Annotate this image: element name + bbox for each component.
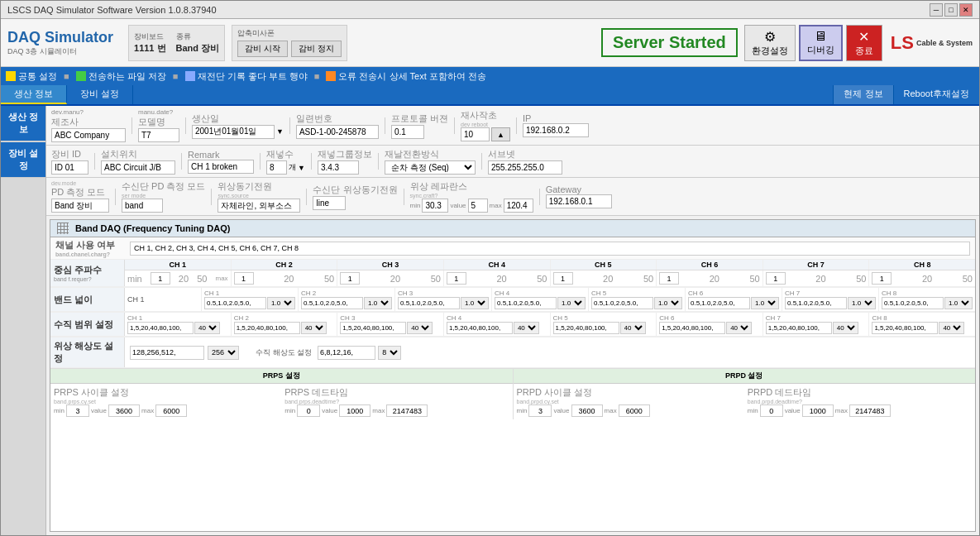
remark-input[interactable] — [188, 160, 254, 174]
prps-dt-min-input[interactable] — [297, 404, 320, 417]
receive-sync-input[interactable] — [313, 196, 346, 210]
mr-ch8-select[interactable]: 40 — [939, 322, 964, 334]
mr-ch6-select[interactable]: 40 — [726, 322, 752, 334]
model-input[interactable] — [138, 128, 179, 142]
tab-reboot-settings[interactable]: Reboot후재설정 — [893, 85, 979, 104]
ch4-freq-val[interactable] — [447, 272, 466, 285]
mr-ch2-input[interactable] — [234, 322, 300, 334]
sidebar-device-settings[interactable]: 장비 설정 — [1, 142, 45, 178]
prpd-cycle-min-input[interactable] — [528, 404, 552, 417]
start-button[interactable]: 감비 시작 — [237, 41, 288, 57]
serial-input[interactable] — [296, 125, 379, 139]
env-setting-button[interactable]: ⚙ 환경설정 — [744, 25, 796, 61]
pd-mode-input[interactable] — [51, 199, 109, 213]
toolbar-common-settings[interactable]: 공통 설정 — [6, 70, 57, 83]
prps-cycle-max-input[interactable] — [155, 404, 187, 417]
channel-group-input[interactable] — [318, 160, 359, 175]
subnet-input[interactable] — [488, 160, 562, 175]
bw-ch4-select[interactable]: 1.0 — [557, 297, 586, 309]
mr-ch3-select[interactable]: 40 — [407, 322, 433, 334]
prpd-dt-val-input[interactable] — [802, 404, 834, 417]
mr-ch8-input[interactable] — [872, 322, 938, 334]
bw-ch3-select[interactable]: 1.0 — [461, 297, 489, 309]
ch5-freq-val[interactable] — [553, 272, 573, 285]
protocol-input[interactable] — [391, 125, 424, 139]
ch2-freq-val[interactable] — [234, 272, 254, 285]
tab-current-info[interactable]: 현제 정보 — [833, 85, 892, 104]
mr-ch2-select[interactable]: 40 — [301, 322, 327, 334]
ip-input[interactable] — [523, 123, 589, 137]
bw-ch1-input[interactable] — [204, 297, 266, 309]
bw-ch6-input[interactable] — [688, 297, 750, 309]
prps-cycle-min-input[interactable] — [66, 404, 89, 417]
sync-source-input[interactable] — [218, 199, 300, 213]
install-input[interactable] — [101, 160, 175, 175]
bw-ch4-input[interactable] — [495, 297, 557, 309]
prpd-dt-min-input[interactable] — [760, 404, 783, 417]
bw-ch5-input[interactable] — [591, 297, 653, 309]
bw-ch3-input[interactable] — [398, 297, 460, 309]
channel-count-input[interactable] — [266, 160, 287, 175]
stop-button[interactable]: 감비 정지 — [291, 41, 342, 57]
stop-button-header[interactable]: ✕ 종료 — [846, 25, 882, 61]
fault-convert-select[interactable]: 순차 측정 (Seq) — [385, 160, 476, 175]
manufacture-input[interactable] — [192, 125, 275, 139]
ch7-freq-val[interactable] — [766, 272, 786, 285]
channel-use-input[interactable] — [130, 242, 970, 256]
prpd-cycle-max-input[interactable] — [619, 404, 650, 417]
fault-min-input[interactable] — [422, 199, 448, 213]
bw-ch5-select[interactable]: 1.0 — [654, 297, 682, 309]
mr-ch6-input[interactable] — [659, 322, 725, 334]
prps-cycle-val-input[interactable] — [108, 404, 140, 417]
receive-pd-input[interactable] — [122, 199, 163, 213]
close-button[interactable]: ✕ — [959, 3, 973, 17]
remark-field: Remark — [188, 150, 254, 174]
bw-ch7-input[interactable] — [785, 297, 847, 309]
ch1-freq-val[interactable] — [151, 272, 170, 285]
bw-ch2-input[interactable] — [301, 297, 363, 309]
prps-dt-max-input[interactable] — [386, 404, 428, 417]
minimize-button[interactable]: ─ — [930, 3, 943, 17]
wave-amp-select[interactable]: 256 — [208, 346, 239, 360]
ch3-freq-val[interactable] — [340, 272, 360, 285]
maker-input[interactable] — [51, 128, 126, 142]
ch6-freq-val[interactable] — [659, 272, 679, 285]
gateway-input[interactable] — [546, 194, 612, 208]
mr-ch5-input[interactable] — [553, 322, 619, 334]
mr-ch4-input[interactable] — [447, 322, 513, 334]
wave-amp-input[interactable] — [130, 346, 204, 360]
bw-ch7-select[interactable]: 1.0 — [848, 297, 876, 309]
device-id-input[interactable] — [51, 160, 88, 175]
mr-ch4-select[interactable]: 40 — [514, 322, 539, 334]
wave-amp2-select[interactable]: 8 — [378, 346, 401, 360]
tab-production-info[interactable]: 생산 정보 — [1, 85, 67, 104]
tab-device-settings[interactable]: 장비 설정 — [67, 85, 133, 104]
toolbar-recut-log[interactable]: 재전단 기록 좋다 부트 행야 — [185, 70, 308, 83]
mr-ch1-select[interactable]: 40 — [194, 322, 220, 334]
bw-ch8-input[interactable] — [882, 297, 944, 309]
bw-ch6-select[interactable]: 1.0 — [751, 297, 779, 309]
mr-ch7-input[interactable] — [766, 322, 832, 334]
debug-button[interactable]: 🖥 디버깅 — [799, 25, 843, 61]
fault-max-input[interactable] — [504, 199, 533, 213]
ch8-freq-val[interactable] — [872, 272, 892, 285]
mr-ch3-input[interactable] — [340, 322, 406, 334]
fault-val-input[interactable] — [468, 199, 488, 213]
toolbar-error-detail[interactable]: 오류 전송시 상세 Text 포함하여 전송 — [326, 70, 485, 83]
bw-ch8-select[interactable]: 1.0 — [944, 297, 973, 309]
sidebar-production-info[interactable]: 생산 정보 — [1, 106, 45, 141]
mr-ch1-input[interactable] — [127, 322, 194, 334]
prpd-cycle-val-input[interactable] — [571, 404, 603, 417]
toolbar-file-save[interactable]: 전송하는 파일 저장 — [76, 70, 166, 83]
mr-ch7-select[interactable]: 40 — [833, 322, 858, 334]
prpd-dt-max-input[interactable] — [849, 404, 891, 417]
maximize-button[interactable]: □ — [944, 3, 958, 17]
bw-ch1-select[interactable]: 1.0 — [267, 297, 295, 309]
wave-amp2-input[interactable] — [318, 346, 375, 360]
prps-dt-val-input[interactable] — [339, 404, 370, 417]
inspection-input[interactable] — [461, 127, 490, 141]
inspection-up-button[interactable]: ▲ — [491, 127, 510, 141]
bw-ch2-select[interactable]: 1.0 — [364, 297, 392, 309]
mr-ch5-select[interactable]: 40 — [620, 322, 646, 334]
ch8-freq-lbl: 20 — [922, 274, 932, 284]
